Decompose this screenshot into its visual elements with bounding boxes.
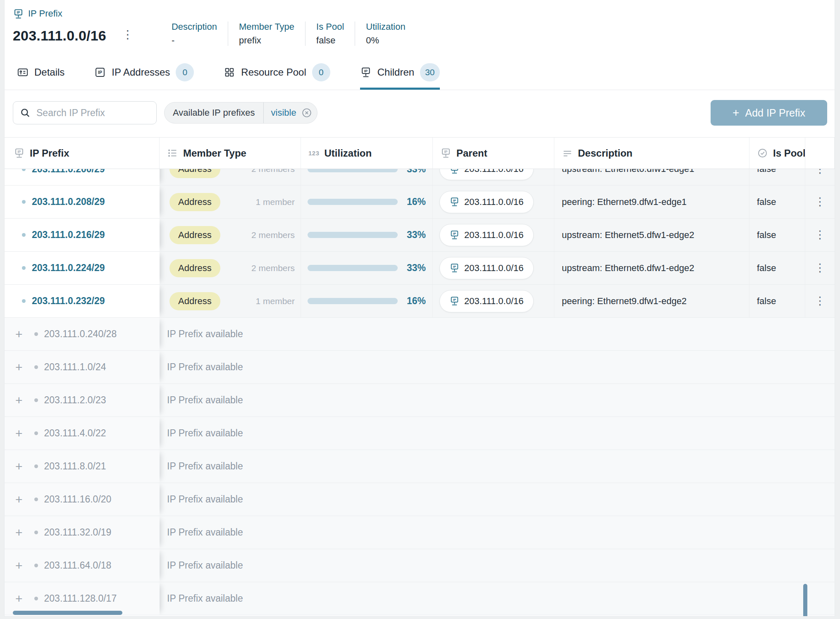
meta-description: Description - <box>161 21 228 46</box>
prefix-link[interactable]: 203.111.0.232/29 <box>32 295 105 307</box>
status-dot-icon <box>34 498 38 501</box>
cell-available-status: IP Prefix available <box>160 549 835 582</box>
cell-is-pool: false <box>749 219 805 251</box>
cell-is-pool: false <box>749 285 805 317</box>
filter-chip[interactable]: Available IP prefixes visible <box>164 102 317 124</box>
cell-ip-prefix: 203.111.0.224/29 <box>5 252 160 284</box>
check-circle-icon <box>757 148 768 159</box>
row-kebab-menu-icon[interactable]: ⋮ <box>814 295 826 307</box>
parent-chip[interactable]: 203.111.0.0/16 <box>439 169 534 180</box>
title-kebab-menu-icon[interactable]: ⋮ <box>122 29 134 40</box>
cell-member-type: Address1 member <box>160 285 301 317</box>
tab-label: Resource Pool <box>241 67 306 78</box>
cell-is-pool: false <box>749 186 805 218</box>
available-prefix: 203.111.128.0/17 <box>44 593 117 604</box>
plus-icon: + <box>733 107 739 119</box>
status-dot-icon <box>34 431 38 435</box>
ip-network-icon <box>440 148 451 159</box>
tab-label: Details <box>34 67 64 78</box>
ip-network-icon <box>449 230 460 240</box>
column-label: Member Type <box>183 148 246 159</box>
horizontal-scrollbar[interactable] <box>13 611 122 615</box>
status-dot-icon <box>22 200 26 204</box>
table-row: 203.111.0.200/29Address2 members33%203.1… <box>5 169 835 186</box>
grid-icon <box>224 67 235 78</box>
tab-children[interactable]: Children 30 <box>360 55 440 90</box>
prefix-link[interactable]: 203.111.0.224/29 <box>32 262 105 274</box>
expand-plus-icon[interactable]: + <box>15 361 23 374</box>
tab-ip-addresses[interactable]: IP Addresses 0 <box>94 55 194 90</box>
search-input[interactable] <box>36 107 150 119</box>
cell-is-pool: false <box>749 252 805 284</box>
main-card: IP Prefix 203.111.0.0/16 ⋮ Description -… <box>4 0 835 617</box>
cell-ip-prefix: +203.111.2.0/23 <box>5 384 160 417</box>
expand-plus-icon[interactable]: + <box>15 460 23 473</box>
cell-actions: ⋮ <box>805 219 835 251</box>
parent-chip[interactable]: 203.111.0.0/16 <box>439 224 534 246</box>
cell-available-status: IP Prefix available <box>160 417 835 450</box>
status-dot-icon <box>22 266 26 270</box>
expand-plus-icon[interactable]: + <box>15 328 23 340</box>
member-type-badge: Address <box>169 259 220 277</box>
tab-label: IP Addresses <box>112 67 170 78</box>
add-button-label: Add IP Prefix <box>745 107 805 119</box>
column-header-parent[interactable]: Parent <box>433 138 554 169</box>
utilization-percent: 33% <box>407 262 426 274</box>
cell-utilization: 33% <box>301 219 433 251</box>
prefix-link[interactable]: 203.111.0.208/29 <box>32 196 105 207</box>
parent-prefix: 203.111.0.0/16 <box>464 230 524 240</box>
prefix-link[interactable]: 203.111.0.200/29 <box>32 169 105 175</box>
prefix-link[interactable]: 203.111.0.216/29 <box>32 229 105 240</box>
available-prefix: 203.111.8.0/21 <box>44 461 106 472</box>
parent-prefix: 203.111.0.0/16 <box>464 169 524 174</box>
cell-member-type: Address2 members <box>160 219 301 251</box>
column-header-ip-prefix[interactable]: IP Prefix <box>5 138 160 169</box>
column-header-utilization[interactable]: 123 Utilization <box>301 138 433 169</box>
utilization-percent: 16% <box>407 295 426 307</box>
utilization-bar <box>308 232 398 238</box>
column-header-member-type[interactable]: Member Type <box>160 138 301 169</box>
cell-parent: 203.111.0.0/16 <box>433 169 554 186</box>
row-kebab-menu-icon[interactable]: ⋮ <box>814 169 826 175</box>
parent-chip[interactable]: 203.111.0.0/16 <box>439 257 534 279</box>
cell-description: upstream: Ethernet6.dfw1-edge2 <box>554 252 749 284</box>
parent-chip[interactable]: 203.111.0.0/16 <box>439 191 534 213</box>
tab-resource-pool[interactable]: Resource Pool 0 <box>224 55 330 90</box>
table-row: +203.111.4.0/22IP Prefix available <box>5 417 835 450</box>
row-kebab-menu-icon[interactable]: ⋮ <box>814 229 826 240</box>
search-box[interactable] <box>13 101 157 124</box>
add-ip-prefix-button[interactable]: + Add IP Prefix <box>711 100 827 126</box>
meta-value: 0% <box>366 35 405 46</box>
tab-details[interactable]: Details <box>17 55 64 90</box>
ip-box-icon <box>94 67 106 78</box>
expand-plus-icon[interactable]: + <box>15 493 23 506</box>
cell-ip-prefix: +203.111.128.0/17 <box>5 582 160 615</box>
table-row: +203.111.128.0/17IP Prefix available <box>5 582 835 615</box>
row-kebab-menu-icon[interactable]: ⋮ <box>814 196 826 207</box>
cell-available-status: IP Prefix available <box>160 582 835 615</box>
vertical-scrollbar[interactable] <box>803 584 807 617</box>
breadcrumb[interactable]: IP Prefix <box>13 7 826 21</box>
cell-available-status: IP Prefix available <box>160 384 835 417</box>
cell-member-type: Address2 members <box>160 252 301 284</box>
x-circle-icon[interactable] <box>301 107 312 118</box>
column-header-is-pool[interactable]: Is Pool <box>749 138 805 169</box>
member-count: 1 member <box>255 197 295 207</box>
parent-chip[interactable]: 203.111.0.0/16 <box>439 290 534 312</box>
cell-ip-prefix: +203.111.1.0/24 <box>5 351 160 383</box>
row-kebab-menu-icon[interactable]: ⋮ <box>814 262 826 274</box>
cell-available-status: IP Prefix available <box>160 318 835 350</box>
cell-member-type: Address2 members <box>160 169 301 186</box>
expand-plus-icon[interactable]: + <box>15 526 23 539</box>
column-header-description[interactable]: Description <box>554 138 749 169</box>
title-row: 203.111.0.0/16 ⋮ Description - Member Ty… <box>13 22 826 49</box>
expand-plus-icon[interactable]: + <box>15 559 23 572</box>
expand-plus-icon[interactable]: + <box>15 593 23 605</box>
column-label: Utilization <box>325 148 372 159</box>
table-row: 203.111.0.224/29Address2 members33%203.1… <box>5 252 835 285</box>
expand-plus-icon[interactable]: + <box>15 427 23 440</box>
meta-label: Is Pool <box>316 21 344 32</box>
utilization-bar <box>308 199 398 205</box>
expand-plus-icon[interactable]: + <box>15 394 23 407</box>
cell-actions: ⋮ <box>805 186 835 218</box>
